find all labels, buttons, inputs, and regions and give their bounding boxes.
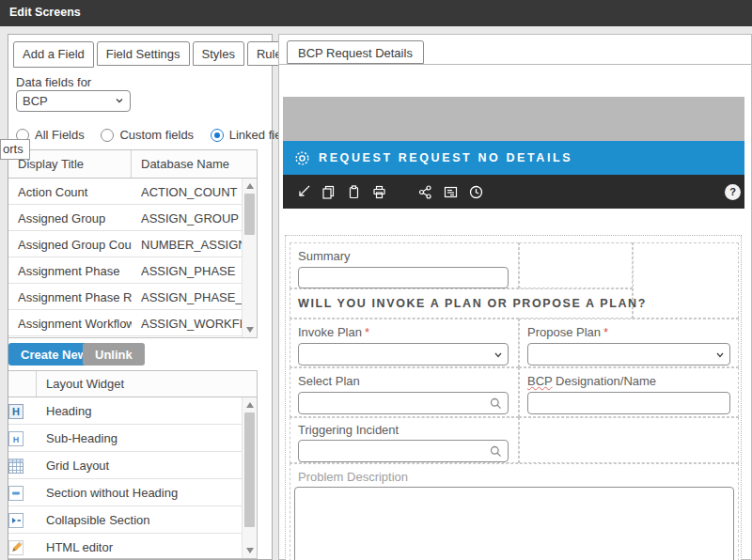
share-icon[interactable]: [417, 184, 433, 200]
linked-fields-table: Display Title Database Name Action Count…: [8, 149, 258, 338]
gear-icon: [294, 150, 310, 166]
select-plan-cell[interactable]: Select Plan: [290, 367, 519, 417]
field-palette-panel: Add a FieldField SettingsStylesRules Dat…: [8, 34, 273, 560]
left-tab-strip: Add a FieldField SettingsStylesRules: [13, 41, 300, 68]
chevron-down-icon: [494, 350, 503, 360]
column-database-name: Database Name: [132, 150, 229, 178]
scroll-up-icon[interactable]: [246, 402, 254, 408]
triggering-incident-input[interactable]: [298, 440, 509, 462]
table-row[interactable]: Assignment Phase ASSIGN_PHASE: [8, 257, 242, 284]
copy-icon[interactable]: [321, 184, 337, 200]
bcp-designation-cell[interactable]: BCP Designation/Name: [519, 367, 739, 417]
summary-field-cell[interactable]: Summary: [290, 242, 519, 288]
problem-description-cell[interactable]: Problem Description: [290, 463, 739, 560]
empty-layout-cell[interactable]: [519, 242, 633, 288]
scrollbar-thumb[interactable]: [244, 194, 255, 235]
bcp-designation-label: BCP Designation/Name: [527, 374, 656, 388]
widget-table-scrollbar[interactable]: [242, 397, 257, 558]
paste-icon[interactable]: [346, 184, 362, 200]
radio-selected-icon: [211, 129, 224, 142]
invoke-plan-cell[interactable]: Invoke Plan*: [290, 319, 519, 367]
empty-layout-cell[interactable]: [633, 242, 739, 319]
form-view-icon[interactable]: [443, 184, 459, 200]
select-plan-input[interactable]: [298, 392, 509, 414]
header-placeholder-banner[interactable]: [283, 97, 744, 141]
widget-row-section-without-heading[interactable]: Section without Heading: [8, 479, 242, 506]
entity-select[interactable]: BCP: [16, 90, 131, 112]
radio-custom-fields[interactable]: Custom fields: [101, 128, 194, 142]
widget-table-body: H Heading H Sub-Heading Grid Layout: [8, 397, 242, 558]
tab-bcp-request-details[interactable]: BCP Request Details: [287, 40, 424, 64]
scroll-down-icon[interactable]: [246, 548, 254, 553]
chevron-down-icon: [715, 350, 725, 360]
search-icon: [489, 397, 503, 411]
tooltip-fragment: orts: [0, 139, 30, 160]
required-marker: *: [603, 325, 608, 339]
radio-circle-icon: [101, 129, 114, 142]
unlink-button[interactable]: Unlink: [83, 343, 145, 366]
help-icon[interactable]: ?: [725, 184, 741, 200]
section-heading-text: WILL YOU INVOKE A PLAN OR PROPOSE A PLAN…: [298, 297, 647, 310]
html-editor-icon: [8, 538, 37, 555]
problem-description-textarea-field[interactable]: [295, 488, 733, 560]
widget-icon-column: [8, 371, 37, 397]
tab-field-settings[interactable]: Field Settings: [97, 41, 190, 66]
empty-layout-cell[interactable]: [519, 417, 739, 463]
svg-text:H: H: [12, 406, 20, 417]
scroll-up-icon[interactable]: [246, 183, 254, 189]
display-title-cell: Assigned Group Count: [8, 231, 132, 257]
problem-description-label: Problem Description: [298, 470, 408, 484]
table-row[interactable]: Action Count ACTION_COUNT: [8, 179, 242, 205]
sub-heading-icon: H: [8, 429, 37, 446]
display-title-cell: Assignment Phase Ref: [8, 284, 132, 309]
fields-table-scrollbar[interactable]: [242, 179, 257, 337]
widget-table-header: Layout Widget: [8, 371, 257, 397]
request-details-header[interactable]: REQUEST REQUEST NO DETAILS: [283, 141, 744, 175]
table-row[interactable]: Assignment Phase Ref ASSIGN_PHASE_REF: [8, 284, 242, 310]
table-row[interactable]: Assignment Workflow ASSIGN_WORKFLOW: [8, 310, 242, 336]
history-clock-icon[interactable]: [468, 184, 484, 200]
scroll-down-icon[interactable]: [246, 327, 254, 333]
scrollbar-thumb[interactable]: [244, 412, 255, 527]
triggering-incident-cell[interactable]: Triggering Incident: [290, 417, 519, 463]
widget-row-grid-layout[interactable]: Grid Layout: [8, 452, 242, 479]
invoke-plan-label: Invoke Plan*: [298, 325, 369, 339]
widget-row-collapsible-section[interactable]: Collapsible Section: [8, 506, 242, 534]
summary-input[interactable]: [298, 267, 509, 288]
section-heading-cell[interactable]: WILL YOU INVOKE A PLAN OR PROPOSE A PLAN…: [290, 288, 633, 319]
tab-styles[interactable]: Styles: [193, 41, 244, 66]
database-name-cell: ACTION_COUNT: [132, 179, 242, 204]
record-toolbar: [283, 175, 744, 209]
screen-preview-panel: BCP Request Details REQUEST REQUEST NO D…: [278, 34, 752, 560]
heading-icon: H: [8, 402, 37, 419]
collapsible-section-icon: [8, 511, 37, 528]
field-filter-radios: All Fields Custom fields Linked fields: [16, 128, 270, 145]
widget-row-sub-heading[interactable]: H Sub-Heading: [8, 425, 242, 452]
bcp-designation-input-field[interactable]: [528, 393, 729, 413]
entity-select-value: BCP: [23, 94, 48, 108]
section-without-heading-icon: [8, 484, 37, 501]
widget-label: Heading: [37, 404, 91, 418]
table-row[interactable]: Assigned Group Count NUMBER_ASSIGN_GROUP: [8, 231, 242, 257]
chevron-down-icon: [115, 96, 124, 105]
widget-row-heading[interactable]: H Heading: [8, 397, 242, 425]
tab-add-a-field[interactable]: Add a Field: [13, 41, 94, 68]
invoke-plan-select[interactable]: [298, 343, 509, 366]
print-icon[interactable]: [371, 184, 387, 200]
database-name-cell: ASSIGN_PHASE_REF: [132, 284, 242, 309]
propose-plan-select[interactable]: [527, 343, 730, 366]
database-name-cell: ASSIGN_PHASE: [132, 257, 242, 283]
widget-row-html-editor[interactable]: HTML editor: [8, 534, 242, 558]
collapse-icon[interactable]: [295, 184, 311, 200]
bcp-designation-input[interactable]: [527, 392, 730, 414]
summary-label: Summary: [298, 249, 351, 263]
database-name-cell: ASSIGN_GROUP: [132, 205, 242, 230]
form-layout-canvas: Summary WILL YOU INVOKE A PLAN OR PROPOS…: [285, 235, 742, 560]
propose-plan-cell[interactable]: Propose Plan*: [519, 319, 739, 367]
radio-all-fields-label: All Fields: [35, 128, 85, 142]
grid-layout-icon: [8, 457, 37, 474]
summary-input-field[interactable]: [299, 268, 508, 288]
database-name-cell: NUMBER_ASSIGN_GROUP: [132, 231, 242, 257]
problem-description-textarea[interactable]: [294, 487, 734, 560]
table-row[interactable]: Assigned Group ASSIGN_GROUP: [8, 205, 242, 231]
